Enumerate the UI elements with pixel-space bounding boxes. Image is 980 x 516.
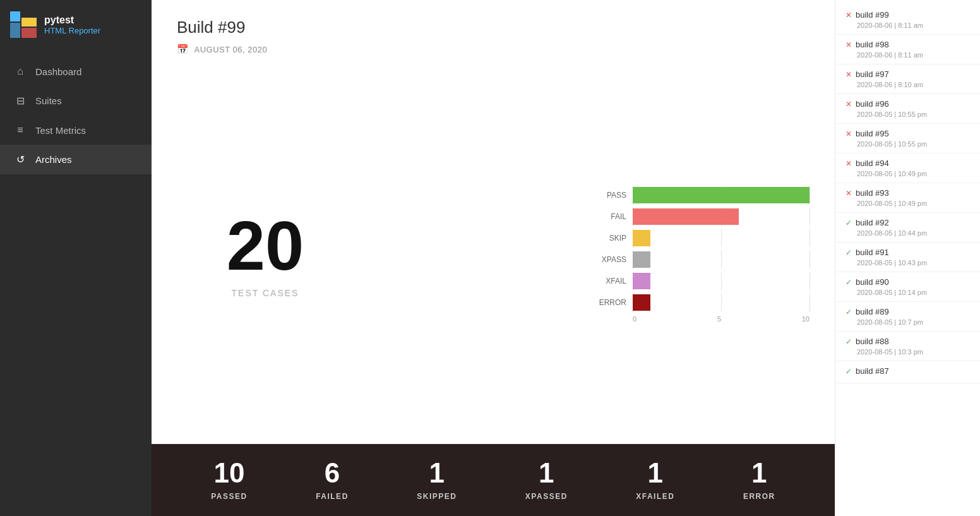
chart-bar-container-error (633, 294, 810, 311)
build-name-text-build95: build #95 (856, 129, 889, 138)
stat-item-failed: 6FAILED (316, 459, 349, 501)
build-date-text-build88: 2020-08-05 | 10:3 pm (846, 348, 970, 356)
build-date-text-build89: 2020-08-05 | 10:7 pm (846, 318, 970, 326)
chart-bar-error (633, 294, 650, 311)
build-name-text-build93: build #93 (856, 188, 889, 198)
stat-label-error: ERROR (743, 492, 775, 501)
xmark-icon: ✕ (846, 100, 852, 109)
stat-number-error: 1 (751, 459, 767, 487)
sidebar-item-archives-label: Archives (35, 154, 72, 165)
checkmark-icon: ✓ (846, 219, 852, 227)
stat-item-xpassed: 1XPASSED (525, 459, 568, 501)
home-icon: ⌂ (14, 66, 27, 77)
sidebar-item-dashboard[interactable]: ⌂ Dashboard (0, 57, 152, 86)
xmark-icon: ✕ (846, 129, 852, 138)
chart-row-fail: FAIL (589, 208, 810, 225)
build-date-text-build95: 2020-08-05 | 10:55 pm (846, 140, 970, 148)
build-name-row-build99: ✕build #99 (846, 10, 970, 20)
chart-bar-container-pass (633, 186, 810, 204)
chart-bar-container-xpass (633, 251, 810, 268)
build-list-item-build94[interactable]: ✕build #942020-08-05 | 10:49 pm (835, 153, 980, 183)
content-area: Build #99 📅 AUGUST 06, 2020 20 TEST CASE… (152, 0, 980, 516)
xmark-icon: ✕ (846, 189, 852, 198)
stat-number-failed: 6 (325, 459, 340, 487)
build-list-item-build91[interactable]: ✓build #912020-08-05 | 10:43 pm (835, 243, 980, 272)
build-list-item-build98[interactable]: ✕build #982020-08-06 | 8:11 am (835, 35, 980, 64)
build-date-text-build91: 2020-08-05 | 10:43 pm (846, 259, 970, 267)
svg-rect-2 (21, 18, 37, 27)
build-name-text-build89: build #89 (856, 307, 889, 316)
build-name-row-build90: ✓build #90 (846, 277, 970, 287)
xmark-icon: ✕ (846, 40, 852, 49)
stat-label-failed: FAILED (316, 492, 349, 501)
build-header: Build #99 📅 AUGUST 06, 2020 (152, 0, 835, 65)
stat-item-error: 1ERROR (743, 459, 775, 501)
chart-row-error: ERROR (589, 294, 810, 311)
build-list-item-build88[interactable]: ✓build #882020-08-05 | 10:3 pm (835, 332, 980, 361)
build-list-item-build92[interactable]: ✓build #922020-08-05 | 10:44 pm (835, 213, 980, 243)
chart-bar-container-xfail (633, 272, 810, 290)
build-name-text-build97: build #97 (856, 69, 889, 79)
sidebar-item-archives[interactable]: ↺ Archives (0, 145, 152, 174)
chart-bar-xfail (633, 273, 650, 289)
checkmark-icon: ✓ (846, 248, 852, 257)
build-name-row-build87: ✓build #87 (846, 366, 970, 376)
stat-label-skipped: SKIPPED (417, 492, 457, 501)
stat-number-xpassed: 1 (539, 459, 554, 487)
right-sidebar: ✕build #992020-08-06 | 8:11 am✕build #98… (835, 0, 980, 516)
chart-label-xpass: XPASS (589, 255, 626, 264)
chart-bar-pass (633, 187, 810, 203)
build-list-item-build87[interactable]: ✓build #87 (835, 361, 980, 383)
build-name-row-build92: ✓build #92 (846, 218, 970, 227)
build-list-item-build93[interactable]: ✕build #932020-08-05 | 10:49 pm (835, 183, 980, 213)
build-list-item-build99[interactable]: ✕build #992020-08-06 | 8:11 am (835, 5, 980, 35)
chart-label-skip: SKIP (589, 234, 626, 243)
chart-section: 20 TEST CASES PASSFAILSKIPXPASSXFAILERRO… (152, 65, 835, 444)
logo-pytest-label: pytest (44, 15, 100, 26)
build-name-row-build97: ✕build #97 (846, 69, 970, 79)
build-name-row-build88: ✓build #88 (846, 337, 970, 346)
build-date-text-build93: 2020-08-05 | 10:49 pm (846, 200, 970, 207)
svg-rect-0 (10, 11, 20, 21)
build-list-item-build97[interactable]: ✕build #972020-08-06 | 8:10 am (835, 64, 980, 94)
checkmark-icon: ✓ (846, 337, 852, 346)
build-name-text-build90: build #90 (856, 277, 889, 287)
build-date-text-build98: 2020-08-06 | 8:11 am (846, 51, 970, 59)
build-date-text-build92: 2020-08-05 | 10:44 pm (846, 229, 970, 237)
stat-number-xfailed: 1 (648, 459, 663, 487)
chart-bar-skip (633, 230, 650, 246)
stat-number-passed: 10 (213, 459, 244, 487)
chart-row-skip: SKIP (589, 229, 810, 247)
build-list-item-build96[interactable]: ✕build #962020-08-05 | 10:55 pm (835, 94, 980, 124)
build-name-text-build94: build #94 (856, 159, 889, 168)
stats-footer: 10PASSED6FAILED1SKIPPED1XPASSED1XFAILED1… (152, 444, 835, 516)
center-panel: Build #99 📅 AUGUST 06, 2020 20 TEST CASE… (152, 0, 835, 516)
xmark-icon: ✕ (846, 159, 852, 168)
sidebar-item-test-metrics[interactable]: ≡ Test Metrics (0, 116, 152, 145)
build-date-text-build90: 2020-08-05 | 10:14 pm (846, 289, 970, 296)
chart-label-pass: PASS (589, 191, 626, 200)
build-list-item-build89[interactable]: ✓build #892020-08-05 | 10:7 pm (835, 302, 980, 332)
stat-number-skipped: 1 (429, 459, 445, 487)
build-list-item-build90[interactable]: ✓build #902020-08-05 | 10:14 pm (835, 272, 980, 302)
build-name-row-build95: ✕build #95 (846, 129, 970, 138)
build-name-text-build87: build #87 (856, 366, 889, 376)
build-list-item-build95[interactable]: ✕build #952020-08-05 | 10:55 pm (835, 124, 980, 153)
build-date-text-build97: 2020-08-06 | 8:10 am (846, 81, 970, 88)
build-date-text-build96: 2020-08-05 | 10:55 pm (846, 111, 970, 118)
chart-row-xfail: XFAIL (589, 272, 810, 290)
checkmark-icon: ✓ (846, 367, 852, 376)
stat-label-passed: PASSED (211, 492, 247, 501)
checkmark-icon: ✓ (846, 308, 852, 316)
build-name-text-build98: build #98 (856, 40, 889, 49)
sidebar-item-suites[interactable]: ⊟ Suites (0, 86, 152, 116)
chart-bar-container-fail (633, 208, 810, 225)
sidebar: pytest HTML Reporter ⌂ Dashboard ⊟ Suite… (0, 0, 152, 516)
build-date-text-build94: 2020-08-05 | 10:49 pm (846, 170, 970, 177)
xmark-icon: ✕ (846, 70, 852, 79)
stat-item-passed: 10PASSED (211, 459, 247, 501)
build-date-text: AUGUST 06, 2020 (194, 45, 268, 54)
stat-item-xfailed: 1XFAILED (636, 459, 674, 501)
build-name-row-build96: ✕build #96 (846, 99, 970, 109)
build-name-text-build92: build #92 (856, 218, 889, 227)
